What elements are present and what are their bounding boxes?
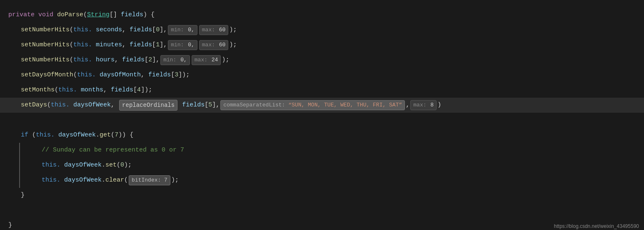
line-2: setNumberHits(this. seconds, fields[0], … bbox=[0, 23, 644, 38]
line-6: setMonths(this. months, fields[4]); bbox=[0, 83, 644, 98]
fn-clear: clear bbox=[105, 173, 124, 188]
kw-if: if bbox=[21, 128, 32, 143]
hint-max-3: max: 24 bbox=[192, 55, 221, 65]
field-minutes: minutes bbox=[92, 38, 122, 53]
code-container: private void doParse(String[] fields) { … bbox=[0, 0, 644, 230]
line-13-close-method: } bbox=[0, 218, 644, 230]
fields3: fields bbox=[148, 68, 171, 83]
field-daysofweek-2: daysOfWeek bbox=[55, 128, 96, 143]
hint-max-days: max: 8 bbox=[410, 100, 437, 110]
fn-doparse: doParse bbox=[57, 8, 83, 23]
box-replace-ordinals: replaceOrdinals bbox=[119, 100, 177, 111]
fn-setmonths: setMonths bbox=[21, 83, 55, 98]
hint-max-1: max: 60 bbox=[199, 25, 229, 35]
line-empty-2 bbox=[0, 203, 644, 218]
this-kw-9: this. bbox=[42, 173, 60, 188]
field-daysofmonth: daysOfMonth bbox=[96, 68, 141, 83]
this-kw-6: this. bbox=[51, 98, 70, 113]
line-9-comment: // Sunday can be represented as 0 or 7 bbox=[0, 143, 644, 158]
line-10: this. daysOfWeek.set(0); bbox=[0, 158, 644, 173]
hint-min-3: min: 0, bbox=[160, 55, 190, 65]
this-kw-3: this. bbox=[73, 53, 92, 68]
line-1: private void doParse(String[] fields) { bbox=[0, 8, 644, 23]
line-12-close-if: } bbox=[0, 188, 644, 203]
watermark: https://blog.csdn.net/weixin_43495590 bbox=[554, 219, 639, 230]
fn-setdaysofmonth: setDaysOfMonth bbox=[21, 68, 73, 83]
line-8: if (this. daysOfWeek.get(7)) { bbox=[0, 128, 644, 143]
this-kw-5: this. bbox=[58, 83, 77, 98]
fn-setnumberhits-3: setNumberHits bbox=[21, 53, 70, 68]
fields1: fields bbox=[130, 38, 152, 53]
line-empty bbox=[0, 113, 644, 128]
fn-setdays: setDays bbox=[21, 98, 47, 113]
field-hours: hours bbox=[92, 53, 115, 68]
line-3: setNumberHits(this. minutes, fields[1], … bbox=[0, 38, 644, 53]
this-kw-4: this. bbox=[77, 68, 96, 83]
fields4: fields bbox=[111, 83, 133, 98]
fields5: fields bbox=[178, 98, 205, 113]
line-7: setDays(this. daysOfWeek, replaceOrdinal… bbox=[0, 98, 644, 113]
this-kw-1: this. bbox=[73, 23, 92, 38]
line-5: setDaysOfMonth(this. daysOfMonth, fields… bbox=[0, 68, 644, 83]
this-kw-7: this. bbox=[36, 128, 55, 143]
fields0: fields bbox=[130, 23, 152, 38]
if-block: if (this. daysOfWeek.get(7)) { // Sunday… bbox=[0, 128, 644, 203]
fn-set: set bbox=[105, 158, 117, 173]
fields2: fields bbox=[122, 53, 145, 68]
hint-max-2: max: 60 bbox=[199, 40, 229, 50]
fn-setnumberhits-1: setNumberHits bbox=[21, 23, 70, 38]
field-seconds: seconds bbox=[92, 23, 122, 38]
comment-sunday: // Sunday can be represented as 0 or 7 bbox=[42, 143, 184, 158]
this-kw-2: this. bbox=[73, 38, 92, 53]
fn-setnumberhits-2: setNumberHits bbox=[21, 38, 70, 53]
keyword-void: void bbox=[38, 8, 57, 23]
param-fields: fields bbox=[121, 8, 143, 23]
field-daysofweek-4: daysOfWeek bbox=[60, 173, 102, 188]
line-4: setNumberHits(this. hours, fields[2], mi… bbox=[0, 53, 644, 68]
field-daysofweek-3: daysOfWeek bbox=[60, 158, 102, 173]
line-11: this. daysOfWeek.clear( bitIndex: 7); bbox=[0, 173, 644, 188]
field-daysofweek: daysOfWeek bbox=[70, 98, 111, 113]
fn-get: get bbox=[100, 128, 111, 143]
hint-min-2: min: 0, bbox=[168, 40, 197, 50]
field-months: months bbox=[77, 83, 103, 98]
keyword-private: private bbox=[8, 8, 38, 23]
this-kw-8: this. bbox=[42, 158, 60, 173]
hint-bitindex: bitIndex: 7 bbox=[129, 175, 170, 185]
hint-commaseparated: commaSeparatedList: “SUN, MON, TUE, WED,… bbox=[220, 100, 405, 110]
type-string: String bbox=[87, 8, 110, 23]
hint-min-1: min: 0, bbox=[168, 25, 197, 35]
